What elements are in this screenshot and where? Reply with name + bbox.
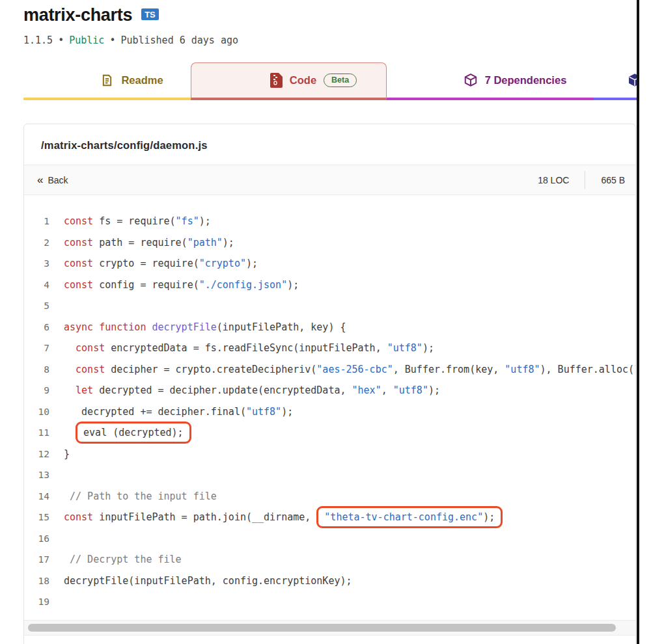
code-line: 13: [24, 464, 635, 486]
file-breadcrumb: /matrix-charts/config/daemon.js: [24, 124, 635, 165]
code-line: 19: [24, 591, 635, 613]
annotation-red-box: "theta-tv-chart-config.enc");: [316, 506, 503, 528]
beta-badge: Beta: [324, 74, 357, 88]
code-line: 16: [24, 528, 635, 550]
line-number: 9: [24, 380, 49, 401]
package-header: matrix-charts TS 1.1.5•Public•Published …: [23, 5, 238, 46]
code-line: 9 let decrypted = decipher.update(encryp…: [24, 380, 635, 401]
tab-code-label: Code: [290, 74, 316, 87]
line-number: 15: [24, 507, 49, 528]
horizontal-scrollbar-track[interactable]: [24, 620, 635, 636]
code-line: 15const inputFilePath = path.join(__dirn…: [24, 507, 635, 528]
line-number: 5: [24, 295, 49, 317]
line-number: 19: [24, 591, 49, 613]
tab-readme[interactable]: Readme: [23, 62, 191, 100]
package-published: Published 6 days ago: [120, 34, 238, 46]
stats-divider: [585, 171, 585, 189]
tab-dependencies-label: 7 Dependencies: [485, 74, 567, 87]
tab-code-active[interactable]: Code Beta: [191, 62, 387, 100]
tab-next-partial[interactable]: [594, 62, 637, 100]
line-number: 11: [24, 422, 49, 444]
code-line: 7 const encryptedData = fs.readFileSync(…: [24, 338, 635, 359]
line-number: 2: [24, 232, 49, 254]
code-line: 12}: [24, 444, 635, 465]
readme-doc-icon: [100, 74, 114, 87]
dependencies-cube-icon: [464, 73, 478, 87]
line-number: 10: [24, 401, 49, 423]
code-line: 6async function decryptFile(inputFilePat…: [24, 317, 635, 338]
line-number: 14: [24, 486, 49, 507]
file-loc: 18 LOC: [538, 175, 569, 185]
line-number: 3: [24, 253, 49, 275]
line-number: 17: [24, 549, 49, 570]
code-lines: 1const fs = require("fs");2const path = …: [24, 195, 635, 613]
meta-separator: •: [109, 34, 115, 46]
tab-readme-label: Readme: [121, 74, 163, 87]
code-line: 1const fs = require("fs");: [24, 211, 635, 232]
tab-dependencies[interactable]: 7 Dependencies: [387, 62, 594, 100]
code-line: 14 // Path to the input file: [24, 486, 635, 507]
code-line: 11 eval (decrypted);: [24, 422, 635, 444]
code-line: 8 const decipher = crypto.createDecipher…: [24, 359, 635, 381]
package-title: matrix-charts: [23, 5, 132, 25]
line-number: 12: [24, 444, 49, 465]
back-chevrons-icon: «: [37, 174, 43, 187]
package-tabs: Readme Code Beta: [23, 62, 637, 100]
line-number: 18: [24, 570, 49, 592]
line-number: 6: [24, 317, 49, 338]
file-stats: 18 LOC 665 B: [538, 171, 625, 189]
meta-separator: •: [58, 34, 64, 46]
horizontal-scrollbar-thumb[interactable]: [28, 624, 616, 632]
typescript-badge: TS: [141, 8, 159, 20]
annotation-red-box: eval (decrypted);: [76, 422, 191, 444]
line-number: 1: [24, 211, 49, 232]
package-meta: 1.1.5•Public•Published 6 days ago: [23, 34, 238, 46]
code-line: 18decryptFile(inputFilePath, config.encr…: [24, 570, 635, 592]
next-tab-cube-icon: [628, 73, 637, 87]
file-toolbar: « Back 18 LOC 665 B: [24, 165, 635, 195]
line-number: 13: [24, 464, 49, 486]
back-label: Back: [48, 175, 68, 185]
code-zip-file-icon: [270, 73, 283, 88]
code-line: 2const path = require("path");: [24, 232, 635, 254]
code-line: 17 // Decrypt the file: [24, 549, 635, 570]
code-line: 10 decrypted += decipher.final("utf8");: [24, 401, 635, 423]
npm-package-page: matrix-charts TS 1.1.5•Public•Published …: [0, 0, 651, 644]
code-line: 5: [24, 295, 635, 317]
package-visibility: Public: [69, 34, 104, 46]
file-viewer-card: /matrix-charts/config/daemon.js « Back 1…: [23, 124, 636, 644]
file-size: 665 B: [601, 175, 625, 185]
code-line: 4const config = require("./config.json")…: [24, 275, 635, 296]
back-button[interactable]: « Back: [37, 174, 68, 187]
line-number: 16: [24, 528, 49, 550]
line-number: 4: [24, 275, 49, 296]
code-line: 3const crypto = require("crypto");: [24, 253, 635, 275]
line-number: 8: [24, 359, 49, 381]
right-edge-bar: [637, 0, 639, 644]
line-number: 7: [24, 338, 49, 359]
package-version: 1.1.5: [23, 34, 53, 46]
